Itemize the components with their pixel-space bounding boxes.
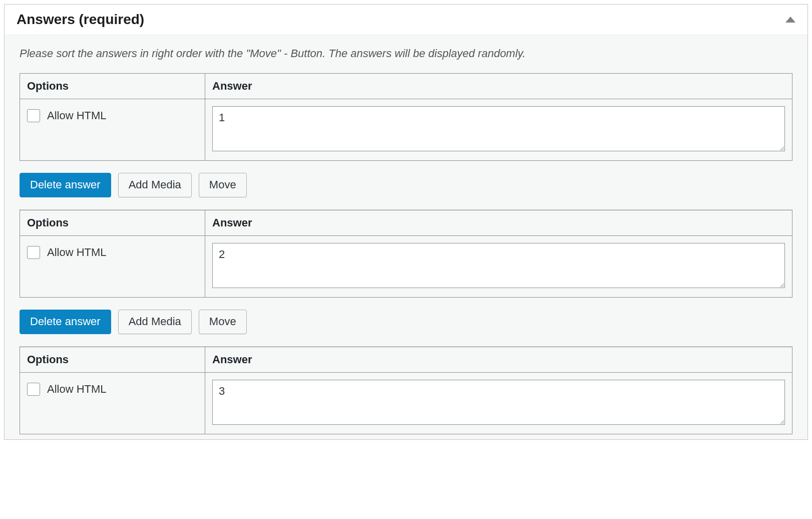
answer-cell	[205, 99, 792, 161]
answer-textarea[interactable]	[212, 243, 785, 288]
answer-textarea[interactable]	[212, 106, 785, 151]
options-cell: Allow HTML	[20, 235, 205, 297]
options-header: Options	[20, 210, 205, 235]
answer-table: Options Answer Allow HTML	[20, 73, 792, 161]
allow-html-checkbox[interactable]	[27, 246, 40, 259]
answers-panel: Answers (required) Please sort the answe…	[4, 4, 808, 440]
answer-actions: Delete answer Add Media Move	[20, 173, 792, 197]
allow-html-option[interactable]: Allow HTML	[27, 109, 198, 122]
answer-group: Options Answer Allow HTML Del	[20, 210, 792, 334]
allow-html-label: Allow HTML	[47, 246, 107, 259]
add-media-button[interactable]: Add Media	[118, 173, 192, 197]
panel-header: Answers (required)	[5, 5, 807, 35]
answer-table: Options Answer Allow HTML	[20, 210, 792, 298]
move-button[interactable]: Move	[199, 173, 247, 197]
panel-title: Answers (required)	[17, 12, 144, 28]
answer-cell	[205, 235, 792, 297]
answer-header: Answer	[205, 347, 792, 372]
answer-table: Options Answer Allow HTML	[20, 347, 792, 434]
answer-header: Answer	[205, 74, 792, 99]
answer-textarea[interactable]	[212, 380, 785, 425]
answer-cell	[205, 372, 792, 434]
answer-actions: Delete answer Add Media Move	[20, 310, 792, 334]
allow-html-checkbox[interactable]	[27, 383, 40, 396]
answer-header: Answer	[205, 210, 792, 235]
panel-description: Please sort the answers in right order w…	[20, 47, 792, 60]
options-cell: Allow HTML	[20, 99, 205, 161]
answer-group: Options Answer Allow HTML Del	[20, 73, 792, 197]
options-header: Options	[20, 347, 205, 372]
panel-body: Please sort the answers in right order w…	[5, 35, 807, 439]
allow-html-option[interactable]: Allow HTML	[27, 246, 198, 259]
collapse-toggle-icon[interactable]	[785, 17, 795, 23]
delete-answer-button[interactable]: Delete answer	[20, 173, 111, 197]
allow-html-label: Allow HTML	[47, 383, 107, 396]
answer-group: Options Answer Allow HTML	[20, 347, 792, 434]
delete-answer-button[interactable]: Delete answer	[20, 310, 111, 334]
options-header: Options	[20, 74, 205, 99]
allow-html-option[interactable]: Allow HTML	[27, 383, 198, 396]
move-button[interactable]: Move	[199, 310, 247, 334]
options-cell: Allow HTML	[20, 372, 205, 434]
add-media-button[interactable]: Add Media	[118, 310, 192, 334]
allow-html-label: Allow HTML	[47, 109, 107, 122]
allow-html-checkbox[interactable]	[27, 109, 40, 122]
